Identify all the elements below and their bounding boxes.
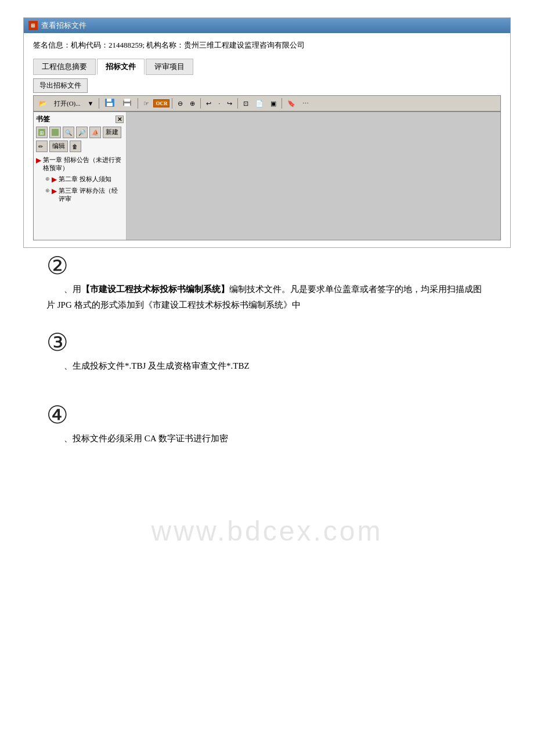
bookmarks-panel: 书签 ✕ ⊞ 🔍 🔎 ⛵ bbox=[34, 112, 127, 240]
tab-project-info[interactable]: 工程信息摘要 bbox=[33, 59, 96, 75]
toolbar-page-btn[interactable]: 📄 bbox=[252, 99, 266, 109]
bookmarks-toolbar: ⊞ 🔍 🔎 ⛵ 新建 bbox=[36, 127, 124, 138]
bookmark-chapter2[interactable]: ⊕ ▶ 第二章 投标人须知 bbox=[36, 174, 124, 186]
toolbar-hand-btn[interactable]: ☞ bbox=[140, 99, 152, 109]
svg-rect-4 bbox=[124, 99, 130, 102]
item-text-content-3: 、生成投标文件*.TBJ 及生成资格审查文件*.TBZ bbox=[64, 361, 250, 370]
toolbar-open-label[interactable]: 打开(O)... bbox=[51, 98, 84, 109]
tab-review-items[interactable]: 评审项目 bbox=[146, 59, 193, 75]
dialog-titlebar: ⊞ 查看招标文件 bbox=[24, 18, 510, 33]
svg-rect-2 bbox=[107, 103, 113, 106]
svg-text:🗑: 🗑 bbox=[72, 143, 78, 150]
titlebar-icon: ⊞ bbox=[28, 21, 38, 30]
bm-collapse-icon[interactable]: ⊞ bbox=[36, 127, 48, 138]
toolbar-select-btn[interactable]: ▣ bbox=[268, 99, 279, 109]
bm-label-2: 第二章 投标人须知 bbox=[59, 175, 111, 183]
bm-zoom2-icon[interactable]: 🔎 bbox=[76, 127, 88, 138]
circle-number-4: ④ bbox=[46, 403, 488, 427]
bm-arrow-1: ▶ bbox=[36, 156, 41, 165]
bm-edit-btn[interactable]: 编辑 bbox=[49, 141, 68, 152]
toolbar-sep-6 bbox=[282, 98, 282, 109]
export-btn-row: 导出招标文件 bbox=[33, 78, 501, 93]
item-text-4: 、投标文件必须采用 CA 数字证书进行加密 bbox=[46, 431, 488, 447]
svg-rect-5 bbox=[124, 103, 130, 106]
circle-number-2: ② bbox=[46, 254, 488, 278]
toolbar-save-btn[interactable] bbox=[102, 97, 118, 110]
toolbar-zoom-out-btn[interactable]: ⊖ bbox=[175, 99, 186, 109]
toolbar-open-icon[interactable]: 📂 bbox=[36, 99, 50, 109]
toolbar-bm-btn[interactable]: 🔖 bbox=[284, 99, 298, 109]
toolbar-extra-btn[interactable]: ⋯ bbox=[300, 99, 312, 109]
toolbar-dot: · bbox=[215, 99, 223, 108]
item-text-content-2: 、用【市建设工程技术标投标书编制系统】编制技术文件。凡是要求单位盖章或者签字的地… bbox=[46, 285, 482, 309]
watermark: www.bdcex.com bbox=[151, 515, 383, 547]
toolbar-forward-btn[interactable]: ↪ bbox=[224, 99, 235, 109]
bookmarks-close-btn[interactable]: ✕ bbox=[116, 116, 124, 123]
toolbar-sep-4 bbox=[200, 98, 201, 109]
dialog-title: 查看招标文件 bbox=[41, 20, 86, 31]
toolbar-sep-3 bbox=[172, 98, 172, 109]
bookmark-chapter1[interactable]: ▶ 第一章 招标公告（未进行资格预审） bbox=[36, 154, 124, 174]
item-text-3: 、生成投标文件*.TBJ 及生成资格审查文件*.TBZ bbox=[46, 358, 488, 374]
toolbar-fit-btn[interactable]: ⊡ bbox=[240, 99, 251, 109]
bracket-system-name: 【市建设工程技术标投标书编制系统】 bbox=[81, 285, 229, 294]
doc-area: 书签 ✕ ⊞ 🔍 🔎 ⛵ bbox=[33, 111, 501, 240]
dialog-window: ⊞ 查看招标文件 签名信息：机构代码：214488259; 机构名称：贵州三维工… bbox=[23, 17, 511, 248]
tab-tender-docs[interactable]: 招标文件 bbox=[97, 59, 145, 75]
signature-info: 签名信息：机构代码：214488259; 机构名称：贵州三维工程建设监理咨询有限… bbox=[33, 40, 501, 51]
circle-number-3: ③ bbox=[46, 330, 488, 355]
item-text-2: 、用【市建设工程技术标投标书编制系统】编制技术文件。凡是要求单位盖章或者签字的地… bbox=[46, 282, 488, 313]
toolbar-back-btn[interactable]: ↩ bbox=[203, 99, 214, 109]
svg-text:⛵: ⛵ bbox=[92, 129, 99, 136]
bm-delete-icon[interactable]: 🗑 bbox=[70, 141, 81, 152]
toolbar-sep-1 bbox=[99, 98, 99, 109]
svg-rect-8 bbox=[52, 129, 59, 136]
doc-content-area bbox=[127, 112, 500, 240]
bm-expand-3: ⊕ bbox=[45, 188, 50, 195]
bm-label-1: 第一章 招标公告（未进行资格预审） bbox=[43, 156, 124, 172]
bm-new-btn[interactable]: 新建 bbox=[103, 127, 121, 138]
bookmarks-title: 书签 ✕ bbox=[36, 114, 124, 124]
tabs-row: 工程信息摘要 招标文件 评审项目 bbox=[33, 59, 501, 75]
item-text-content-4: 、投标文件必须采用 CA 数字证书进行加密 bbox=[64, 434, 228, 443]
toolbar-sep-2 bbox=[138, 98, 138, 109]
dialog-body: 签名信息：机构代码：214488259; 机构名称：贵州三维工程建设监理咨询有限… bbox=[24, 33, 510, 247]
toolbar-sep-5 bbox=[237, 98, 238, 109]
bm-edit-icon[interactable]: ✏ bbox=[36, 141, 48, 152]
bm-expand-2: ⊕ bbox=[45, 176, 50, 183]
numbered-item-2: ② 、用【市建设工程技术标投标书编制系统】编制技术文件。凡是要求单位盖章或者签字… bbox=[46, 254, 488, 313]
toolbar: 📂 打开(O)... ▼ ☞ OCR ⊖ bbox=[33, 95, 501, 111]
svg-text:⊞: ⊞ bbox=[39, 130, 44, 136]
bm-expand-icon[interactable] bbox=[49, 127, 61, 138]
export-button[interactable]: 导出招标文件 bbox=[33, 78, 88, 93]
toolbar-ocr-btn[interactable]: OCR bbox=[153, 99, 169, 107]
bm-zoom-icon[interactable]: 🔍 bbox=[63, 127, 74, 138]
numbered-item-3: ③ 、生成投标文件*.TBJ 及生成资格审查文件*.TBZ bbox=[46, 330, 488, 374]
toolbar-print-btn[interactable] bbox=[119, 97, 135, 110]
toolbar-dropdown-arrow[interactable]: ▼ bbox=[85, 99, 97, 108]
bm-label-3: 第三章 评标办法（经评审 bbox=[59, 186, 124, 203]
bookmark-chapter3[interactable]: ⊕ ▶ 第三章 评标办法（经评审 bbox=[36, 185, 124, 204]
bm-arrow-3: ▶ bbox=[52, 187, 57, 196]
content-area: ② 、用【市建设工程技术标投标书编制系统】编制技术文件。凡是要求单位盖章或者签字… bbox=[23, 248, 511, 470]
numbered-item-4: ④ 、投标文件必须采用 CA 数字证书进行加密 bbox=[46, 403, 488, 447]
svg-rect-1 bbox=[107, 99, 111, 102]
bm-arrow-2: ▶ bbox=[52, 175, 57, 185]
bm-nav-icon[interactable]: ⛵ bbox=[89, 127, 101, 138]
svg-text:✏: ✏ bbox=[38, 143, 44, 150]
toolbar-zoom-in-btn[interactable]: ⊕ bbox=[187, 99, 198, 109]
